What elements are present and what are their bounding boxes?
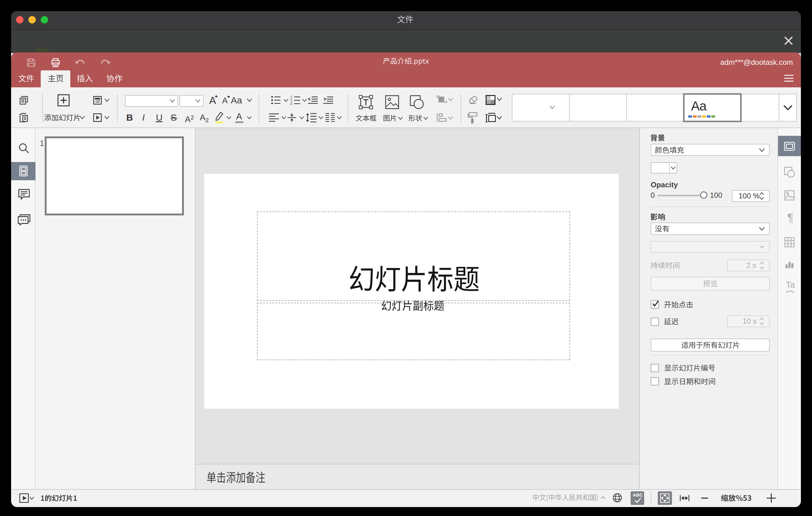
svg-text:3: 3 xyxy=(290,102,292,106)
